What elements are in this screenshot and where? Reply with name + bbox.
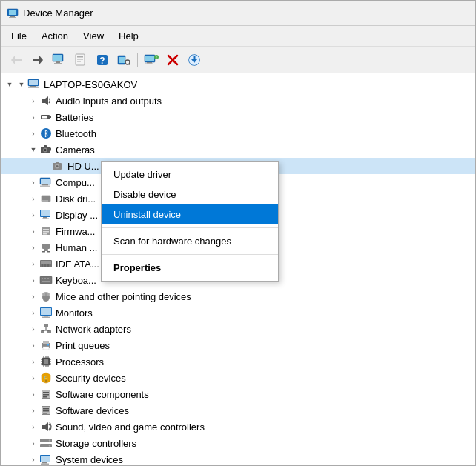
- audio-icon: [39, 95, 53, 107]
- svg-rect-66: [43, 231, 49, 233]
- svg-rect-77: [40, 276, 52, 284]
- keyboard-toggle-icon: ›: [27, 274, 39, 286]
- svg-rect-37: [28, 87, 39, 89]
- tree-item-batteries[interactable]: › Batteries: [1, 109, 475, 125]
- device-manager-button[interactable]: [50, 50, 69, 70]
- svg-rect-36: [30, 86, 36, 87]
- properties-button[interactable]: [71, 50, 90, 70]
- svg-rect-71: [47, 251, 50, 253]
- tree-item-security[interactable]: › 🔒 Security devices: [1, 370, 475, 386]
- mice-label: Mice and other pointing devices: [56, 291, 191, 302]
- tree-item-storage[interactable]: › Storage controllers: [1, 435, 475, 451]
- back-button[interactable]: [7, 50, 26, 70]
- hd-camera-label: HD U...: [67, 161, 99, 172]
- svg-rect-131: [42, 462, 47, 464]
- svg-rect-33: [194, 56, 196, 60]
- svg-rect-56: [40, 186, 50, 187]
- scan-button[interactable]: [114, 50, 133, 70]
- firmware-toggle-icon: ›: [27, 225, 39, 237]
- svg-rect-74: [42, 264, 43, 267]
- tree-item-sound[interactable]: › Sound, video and game controllers: [1, 419, 475, 435]
- svg-rect-122: [43, 410, 49, 412]
- laptop-label: LAPTOP-ES0GAKOV: [44, 79, 137, 90]
- forward-button[interactable]: [28, 50, 47, 70]
- tree-item-cameras[interactable]: ▼ Cameras: [1, 142, 475, 158]
- svg-line-21: [130, 64, 131, 65]
- disk-icon: [39, 193, 53, 204]
- tree-item-bluetooth[interactable]: › ᛒ Bluetooth: [1, 125, 475, 142]
- uninstall-button[interactable]: [163, 50, 182, 70]
- menu-bar: File Action View Help: [1, 26, 475, 47]
- svg-rect-62: [43, 217, 47, 219]
- tree-item-software-dev[interactable]: › Software devices: [1, 402, 475, 419]
- svg-text:ᛒ: ᛒ: [44, 129, 49, 138]
- svg-rect-65: [43, 229, 49, 230]
- svg-rect-97: [43, 347, 49, 350]
- tree-item-audio[interactable]: › Audio inputs and outputs: [1, 93, 475, 109]
- disk-toggle-icon: ›: [27, 193, 39, 204]
- svg-rect-73: [41, 261, 51, 264]
- processors-label: Processors: [56, 356, 104, 367]
- ctx-disable-device[interactable]: Disable device: [102, 184, 278, 204]
- menu-action[interactable]: Action: [36, 28, 74, 44]
- firmware-icon: [39, 225, 53, 237]
- ctx-properties[interactable]: Properties: [102, 258, 278, 278]
- svg-rect-40: [50, 116, 51, 118]
- svg-text:?: ?: [99, 56, 105, 66]
- menu-help[interactable]: Help: [113, 28, 145, 44]
- svg-point-46: [44, 149, 47, 151]
- computers-icon: [39, 176, 53, 188]
- security-label: Security devices: [56, 373, 126, 384]
- tree-item-mice[interactable]: › Mice and other pointing devices: [1, 288, 475, 304]
- ctx-scan-hardware[interactable]: Scan for hardware changes: [102, 231, 278, 251]
- software-dev-label: Software devices: [56, 405, 129, 416]
- svg-rect-75: [44, 264, 46, 267]
- ctx-uninstall-device[interactable]: Uninstall device: [102, 204, 278, 224]
- tree-item-laptop[interactable]: ▼ LAPTOP-ES0GAKOV: [1, 76, 475, 93]
- root-collapse-icon: ▼: [4, 79, 16, 90]
- ctx-update-driver[interactable]: Update driver: [102, 164, 278, 184]
- display-label: Display ...: [56, 210, 98, 221]
- update-button[interactable]: ↑: [142, 50, 161, 70]
- tree-item-monitors[interactable]: › Monitors: [1, 304, 475, 321]
- svg-rect-100: [44, 359, 48, 364]
- svg-rect-14: [77, 59, 83, 60]
- svg-rect-47: [44, 145, 47, 147]
- svg-rect-15: [77, 61, 81, 62]
- help-button[interactable]: ?: [93, 50, 112, 70]
- print-label: Print queues: [56, 340, 110, 351]
- laptop-icon: [27, 79, 41, 90]
- context-menu: Update driver Disable device Uninstall d…: [101, 161, 279, 282]
- tree-item-print[interactable]: › Print queues: [1, 337, 475, 353]
- svg-rect-80: [47, 278, 49, 279]
- download-button[interactable]: [185, 50, 204, 70]
- disk-label: Disk dri...: [56, 193, 96, 204]
- software-comp-label: Software components: [56, 389, 149, 400]
- svg-rect-76: [47, 264, 49, 267]
- svg-rect-123: [43, 413, 47, 414]
- sound-toggle-icon: ›: [27, 421, 39, 433]
- svg-rect-19: [119, 57, 125, 63]
- laptop-toggle-icon: ▼: [16, 79, 27, 90]
- batteries-label: Batteries: [56, 112, 93, 123]
- network-icon: [39, 323, 53, 335]
- svg-rect-88: [42, 317, 50, 319]
- audio-toggle-icon: ›: [27, 95, 39, 107]
- svg-rect-69: [44, 249, 48, 251]
- svg-rect-41: [42, 116, 47, 119]
- system-icon: [39, 453, 53, 465]
- svg-rect-70: [42, 251, 45, 253]
- svg-rect-35: [29, 80, 38, 85]
- print-icon: [39, 339, 53, 351]
- system-label: System devices: [56, 454, 123, 465]
- tree-item-processors[interactable]: › Proces: [1, 353, 475, 370]
- tree-item-system[interactable]: › System devices: [1, 451, 475, 466]
- ide-icon: [39, 258, 53, 270]
- menu-file[interactable]: File: [5, 28, 33, 44]
- mice-toggle-icon: ›: [27, 290, 39, 302]
- tree-item-software-comp[interactable]: › Software components: [1, 386, 475, 402]
- tree-item-network[interactable]: › Network adapters: [1, 321, 475, 337]
- monitors-icon: [39, 307, 53, 319]
- menu-view[interactable]: View: [77, 28, 110, 44]
- security-icon: 🔒: [39, 372, 53, 384]
